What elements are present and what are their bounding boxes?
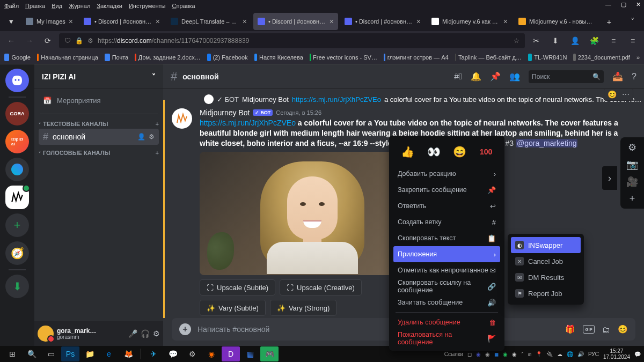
taskbar-app[interactable]: 🎮 <box>260 346 279 361</box>
tray-cast-icon[interactable]: ⎚ <box>528 351 531 357</box>
extensions-icon[interactable]: 🧩 <box>587 34 601 48</box>
submenu-cancel[interactable]: ✕Cancel Job <box>511 253 581 269</box>
expand-panel-button[interactable]: › <box>602 166 617 190</box>
ctx-read-aloud[interactable]: Зачитать сообщение🔊 <box>393 294 500 311</box>
tray-icon[interactable]: ◉ <box>476 351 481 357</box>
server-item-active[interactable] <box>5 186 29 209</box>
ctx-mark-unread[interactable]: Отметить как непрочитанное✉ <box>393 262 500 278</box>
mention[interactable]: @gora_marketing <box>516 139 578 147</box>
download-apps-button[interactable]: ⬇ <box>5 275 29 298</box>
bookmark-item[interactable]: Free vector icons - SV… <box>310 54 377 61</box>
ctx-delete[interactable]: Удалить сообщение🗑 <box>393 314 500 330</box>
lock-icon[interactable]: 🔒 <box>75 37 83 45</box>
add-server-button[interactable]: + <box>5 213 29 237</box>
tray-language[interactable]: РУС <box>588 351 599 357</box>
new-tab-button[interactable]: + <box>601 13 617 29</box>
browser-tab-active[interactable]: • Discord | #основной | IZ…× <box>253 13 338 30</box>
tray-power-icon[interactable]: 🔌 <box>546 351 553 357</box>
help-icon[interactable]: ? <box>632 72 636 82</box>
tray-network-icon[interactable]: 🌐 <box>567 351 573 357</box>
toolbar-video-icon[interactable]: 🎥 <box>626 176 638 188</box>
tray-onedrive-icon[interactable]: ☁ <box>557 351 562 357</box>
menu-bookmarks[interactable]: Закладки <box>97 3 122 9</box>
upscale-subtle-button[interactable]: ⛶Upscale (Subtle) <box>200 279 275 295</box>
ctx-apps[interactable]: Приложения› <box>393 246 500 262</box>
tray-icon[interactable]: ◼ <box>494 351 499 357</box>
menu-history[interactable]: Журнал <box>69 3 90 9</box>
bookmark-item[interactable]: Дом. задание 2.docx… <box>135 54 201 61</box>
ctx-thread[interactable]: Создать ветку# <box>393 214 500 230</box>
chevron-down-icon[interactable]: ˅ <box>152 72 156 81</box>
dm-button[interactable] <box>5 69 29 92</box>
search-button[interactable]: 🔍 <box>23 346 41 361</box>
more-icon[interactable]: ⋯ <box>622 90 630 99</box>
toolbar-add-icon[interactable]: + <box>630 193 635 204</box>
taskbar-app[interactable]: Ps <box>61 346 79 361</box>
bookmark-item[interactable]: Настя Киселева <box>254 54 303 61</box>
server-header[interactable]: IZI PIZI AI ˅ <box>34 64 163 89</box>
submenu-dm[interactable]: ✉DM Results <box>511 269 581 285</box>
reaction-thumbsup[interactable]: 👍 <box>398 142 417 161</box>
close-icon[interactable]: × <box>243 17 247 26</box>
screenshot-icon[interactable]: ✂ <box>529 34 543 48</box>
taskbar-app[interactable]: 🦊 <box>119 346 137 361</box>
close-icon[interactable]: × <box>330 17 334 26</box>
browser-tab[interactable]: • Discord | #основной | IZ…× <box>340 13 425 30</box>
mute-icon[interactable]: 🎤 <box>128 329 137 338</box>
close-icon[interactable]: × <box>503 17 508 26</box>
tray-icon[interactable]: ◻ <box>467 351 472 357</box>
bookmarks-overflow-icon[interactable]: » <box>636 54 640 61</box>
gif-icon[interactable]: GIF <box>583 325 595 334</box>
threads-icon[interactable]: #⃣ <box>454 72 462 82</box>
menu-icon[interactable]: ≡ <box>626 34 640 48</box>
inbox-icon[interactable]: 📥 <box>612 71 623 82</box>
submenu-report[interactable]: ⚑Report Job <box>511 285 581 301</box>
message-avatar[interactable] <box>172 108 192 129</box>
add-channel-icon[interactable]: + <box>156 150 159 156</box>
bookmark-item[interactable]: Начальная страница <box>37 54 98 61</box>
close-icon[interactable]: × <box>416 17 421 26</box>
user-avatar[interactable] <box>38 326 54 342</box>
reload-button[interactable]: ⟳ <box>41 34 55 48</box>
upscale-creative-button[interactable]: ⛶Upscale (Creative) <box>280 279 362 295</box>
downloads-icon[interactable]: ⬇ <box>548 34 562 48</box>
ctx-add-reaction[interactable]: Добавить реакцию› <box>393 166 500 182</box>
taskbar-app[interactable]: ⚙ <box>183 346 201 361</box>
deafen-icon[interactable]: 🎧 <box>141 329 150 338</box>
taskbar-app[interactable]: 💬 <box>164 346 182 361</box>
bookmark-item[interactable]: Google <box>4 54 31 61</box>
vary-strong-button[interactable]: ✨Vary (Strong) <box>270 300 336 316</box>
forward-button[interactable]: → <box>23 34 36 48</box>
browser-tab[interactable]: • Discord | #основной | IZ…× <box>79 13 164 30</box>
star-bookmark-icon[interactable]: ☆ <box>514 37 519 45</box>
ctx-pin[interactable]: Закрепить сообщение📌 <box>393 182 500 198</box>
toolbar-camera-icon[interactable]: 📷 <box>626 159 638 171</box>
reaction-grin[interactable]: 😄 <box>450 142 470 161</box>
bookmark-item[interactable]: Почта <box>105 54 128 61</box>
reaction-100[interactable]: 100 <box>477 142 496 161</box>
task-view-button[interactable]: ▭ <box>42 346 60 361</box>
tray-icon[interactable]: ◉ <box>485 351 490 357</box>
browser-tab[interactable]: My Images× <box>21 13 77 30</box>
gift-icon[interactable]: 🎁 <box>565 324 575 334</box>
channel-section-voice[interactable]: ˅ГОЛОСОВЫЕ КАНАЛЫ + <box>34 145 163 157</box>
explore-button[interactable]: 🧭 <box>5 241 29 265</box>
channel-section-text[interactable]: ˅ТЕКСТОВЫЕ КАНАЛЫ + <box>34 116 163 128</box>
taskbar-app[interactable]: ▦ <box>241 346 259 361</box>
browser-tab[interactable]: DeepL Translate – Самый …× <box>166 13 251 30</box>
events-button[interactable]: 📅 Мероприятия <box>39 92 159 108</box>
sticker-icon[interactable]: 🗂 <box>602 325 610 334</box>
reaction-eyes[interactable]: 👀 <box>424 142 443 161</box>
back-button[interactable]: ← <box>4 34 18 48</box>
bookmark-item[interactable]: 2234_document.pdf <box>573 54 630 61</box>
message-link[interactable]: https://s.mj.run/JrjXhPcZVEo <box>200 119 296 127</box>
menu-edit[interactable]: Правка <box>25 3 45 9</box>
server-item[interactable]: GORA <box>5 102 29 125</box>
vary-subtle-button[interactable]: ✨Vary (Subtle) <box>200 300 266 316</box>
bookmark-item[interactable]: TL-WR841N <box>528 54 567 61</box>
taskbar-app[interactable]: e <box>100 346 118 361</box>
emoji-icon[interactable]: 😊 <box>618 324 628 334</box>
tabs-dropdown-icon[interactable]: ˅ <box>625 13 641 29</box>
account-icon[interactable]: 👤 <box>568 34 582 48</box>
tray-volume-icon[interactable]: 🔊 <box>577 351 584 357</box>
